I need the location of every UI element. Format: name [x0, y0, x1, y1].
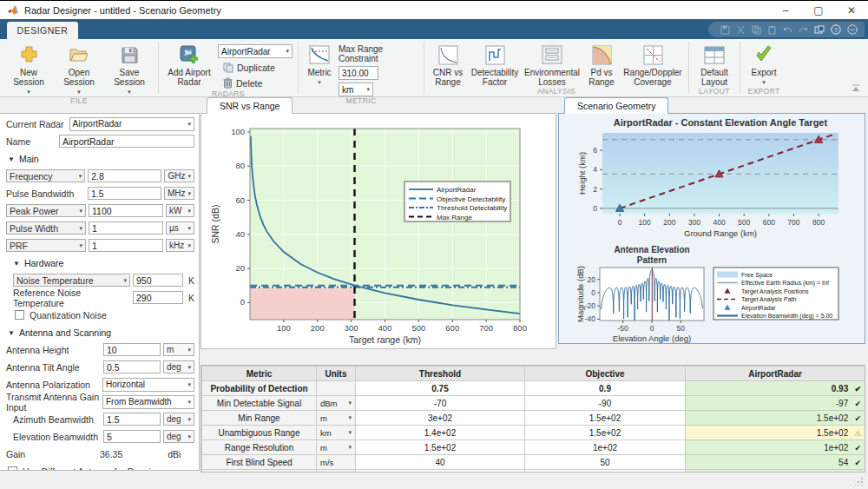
scenario-legend[interactable]: Free SpaceEffective Earth Radius (km) = … [713, 268, 838, 320]
unit-select[interactable]: deg▾ [163, 430, 194, 443]
column-header[interactable]: Objective [525, 367, 686, 381]
tab-designer[interactable]: DESIGNER [7, 22, 78, 39]
value-input[interactable]: 1 [89, 239, 163, 252]
table-row[interactable]: Probability of Detection 0.75 0.9 0.93 ✔ [202, 381, 865, 396]
scenario-geometry-panel: Scenario Geometry AirportRadar - Constan… [558, 113, 865, 344]
value-input[interactable]: 290 [133, 291, 183, 304]
unit-select[interactable]: GHz▾ [164, 169, 194, 182]
column-header[interactable]: AirportRadar [686, 367, 865, 381]
value-select[interactable]: From Beamwidth▾ [102, 395, 194, 409]
column-header[interactable]: Metric [202, 367, 317, 381]
svg-text:0: 0 [591, 288, 595, 297]
tab-scenario-geometry[interactable]: Scenario Geometry [564, 97, 668, 114]
tab-environment[interactable]: Environment [111, 113, 188, 114]
svg-text:0: 0 [650, 324, 654, 333]
section-header-main[interactable]: ▼Main [8, 154, 194, 164]
value-input[interactable]: 1100 [89, 204, 163, 217]
value-input[interactable]: 2.8 [88, 169, 161, 182]
table-row[interactable]: First Blind Speed m/s 40 50 54 ✔ [202, 455, 865, 470]
tab-metrics-and-requirements[interactable]: Metrics and Requirements [207, 365, 339, 366]
environmental-losses-button[interactable]: Environmental Losses [523, 42, 581, 87]
table-row[interactable]: Min Range m▾ 3e+02 1.5e+02 1.5e+02 ✔ [202, 411, 865, 426]
scenario-geometry-chart[interactable]: AirportRadar - Constant Elevation Angle … [559, 114, 865, 343]
value-input[interactable]: 0.5 [103, 360, 161, 373]
table-row[interactable]: Range Resolution m▾ 1.5e+02 1e+02 1e+02 … [202, 440, 865, 455]
unit-select[interactable]: deg▾ [163, 413, 194, 426]
minimize-button[interactable]: – [769, 1, 802, 19]
name-input[interactable]: AirportRadar [59, 135, 194, 148]
paste-icon[interactable] [767, 25, 777, 35]
unit-select[interactable]: deg▾ [163, 360, 194, 373]
unit-select[interactable]: µs▾ [166, 221, 194, 235]
undo-icon[interactable] [783, 25, 792, 35]
unit-select[interactable]: kHz▾ [166, 239, 194, 252]
range-doppler-coverage-button[interactable]: Range/Doppler Coverage [622, 42, 683, 87]
radar-select[interactable]: AirportRadar▾ [218, 44, 293, 58]
column-header[interactable]: Threshold [356, 367, 525, 381]
window-layout-icon[interactable] [814, 25, 825, 35]
value-input[interactable]: 1.5 [103, 413, 161, 426]
add-airport-radar-button[interactable]: Add Airport Radar [164, 42, 214, 87]
parameter-select[interactable]: Pulse Width▾ [6, 221, 86, 235]
parameter-select[interactable]: Frequency▾ [6, 169, 85, 182]
current-radar-select[interactable]: AirportRadar▾ [69, 117, 194, 131]
max-range-unit-select[interactable]: km▾ [339, 83, 373, 96]
caret-icon: ▾ [76, 173, 82, 180]
section-header-hardware[interactable]: ▼Hardware [13, 258, 194, 268]
tab-target[interactable]: Target [58, 113, 109, 114]
more-options-icon[interactable] [847, 24, 858, 35]
detectability-factor-button[interactable]: Detectability Factor [470, 42, 520, 87]
save-session-button[interactable]: Save Session▾ [106, 42, 153, 96]
value-input[interactable]: 950 [133, 274, 183, 287]
collapse-ribbon-icon[interactable] [851, 84, 861, 93]
value-input[interactable]: 1 [89, 221, 163, 235]
cut-icon[interactable] [736, 25, 746, 35]
parameter-select[interactable]: Peak Power▾ [6, 204, 86, 217]
new-session-button[interactable]: New Session▾ [5, 42, 52, 96]
save-icon[interactable] [720, 25, 730, 35]
maximize-button[interactable]: ▢ [802, 1, 835, 19]
delete-button[interactable]: Delete [223, 76, 293, 89]
new-session-caret-icon: ▾ [27, 87, 30, 96]
ribbon-section-radars: Add Airport Radar AirportRadar▾ Duplicat… [159, 39, 298, 96]
value-input[interactable]: 5 [103, 430, 161, 443]
metric-button[interactable]: Metric ▾ [304, 42, 335, 87]
default-layout-button[interactable]: Default Layout [694, 42, 734, 87]
unit-select[interactable]: m▾ [163, 343, 194, 356]
checkbox[interactable] [15, 310, 24, 320]
current-radar-label: Current Radar [6, 119, 64, 129]
value-input[interactable]: 1.5 [88, 187, 161, 200]
snr-vs-range-chart[interactable]: 100200300400500600700800020406080100Targ… [201, 114, 556, 348]
parameter-select[interactable]: PRF▾ [6, 239, 86, 252]
redo-icon[interactable] [799, 25, 808, 35]
caret-icon: ▾ [76, 242, 82, 249]
duplicate-button[interactable]: Duplicate [223, 61, 293, 74]
tab-radar[interactable]: Radar [5, 113, 56, 114]
checkbox[interactable] [8, 466, 17, 471]
snr-legend[interactable]: AirportRadarObjective DetectabilityThres… [404, 182, 510, 221]
unit-select[interactable]: MHz▾ [164, 187, 194, 200]
status-icon: ✔ [851, 414, 861, 423]
cnr-vs-range-button[interactable]: CNR vs Range [430, 42, 466, 87]
pd-vs-range-button[interactable]: Pd vs Range [584, 42, 619, 87]
unit-select[interactable]: kW▾ [166, 204, 194, 217]
table-row[interactable]: Min Detectable Signal dBm▾ -70 -90 -97 ✔ [202, 396, 865, 411]
max-range-input[interactable]: 310.00 [339, 66, 378, 80]
parameter-select[interactable]: Noise Temperature▾ [13, 274, 130, 287]
copy-icon[interactable] [752, 25, 761, 35]
section-header-antenna-and-scanning[interactable]: ▼Antenna and Scanning [8, 327, 194, 338]
resize-grip[interactable] [855, 478, 863, 486]
column-header[interactable]: Units [317, 367, 356, 381]
ribbon-section-label-file: FILE [0, 96, 158, 105]
table-row[interactable]: Unambiguous Range km▾ 1.4e+02 1.5e+02 1.… [202, 426, 865, 440]
svg-text:60: 60 [235, 195, 245, 205]
help-icon[interactable]: ? [831, 24, 841, 35]
open-session-button[interactable]: Open Session▾ [56, 42, 102, 96]
svg-text:400: 400 [378, 323, 392, 333]
status-bar [0, 472, 868, 489]
tab-snr-vs-range[interactable]: SNR vs Range [207, 97, 293, 114]
close-button[interactable]: ✕ [835, 1, 868, 19]
export-button[interactable]: Export ▾ [746, 42, 782, 87]
value-input[interactable]: 10 [103, 343, 161, 356]
value-select[interactable]: Horizontal▾ [102, 378, 194, 392]
